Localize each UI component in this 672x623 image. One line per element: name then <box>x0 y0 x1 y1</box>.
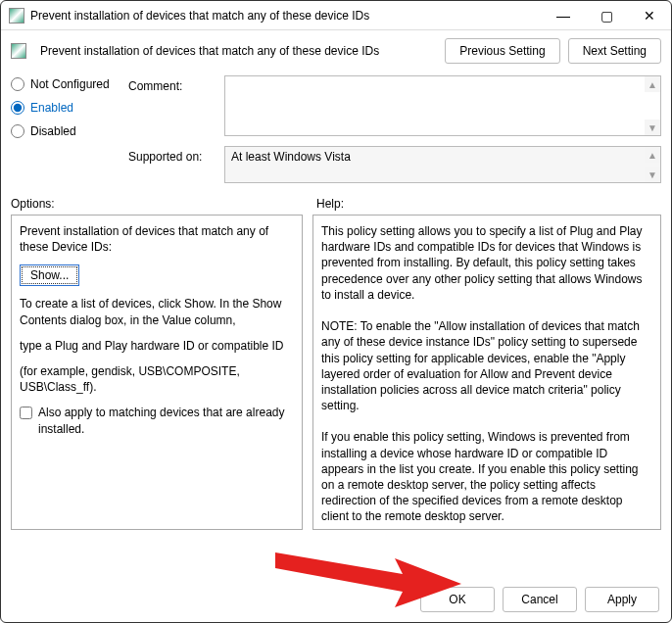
options-intro: Prevent installation of devices that mat… <box>20 223 294 255</box>
help-paragraph: If you enable this policy setting, Windo… <box>321 429 652 524</box>
close-button[interactable]: ✕ <box>628 1 671 30</box>
cancel-button[interactable]: Cancel <box>503 587 577 612</box>
help-heading: Help: <box>316 197 344 211</box>
panels-header: Options: Help: <box>1 189 671 215</box>
scroll-down-icon[interactable]: ▼ <box>645 167 660 182</box>
panels: Prevent installation of devices that mat… <box>1 215 671 577</box>
minimize-button[interactable]: — <box>542 1 585 30</box>
help-panel: This policy setting allows you to specif… <box>312 215 661 530</box>
supported-on-value: At least Windows Vista <box>231 150 351 164</box>
supported-on-field: At least Windows Vista ▲ ▼ <box>224 146 661 183</box>
apply-button[interactable]: Apply <box>585 587 659 612</box>
help-paragraph: This policy setting allows you to specif… <box>321 223 652 303</box>
scroll-up-icon[interactable]: ▲ <box>645 76 660 92</box>
comment-field[interactable] <box>225 76 660 135</box>
previous-setting-button[interactable]: Previous Setting <box>445 38 559 64</box>
config-row: Not Configured Enabled Disabled Comment:… <box>1 73 671 189</box>
window-controls: — ▢ ✕ <box>542 1 671 30</box>
options-text-2: type a Plug and Play hardware ID or comp… <box>20 338 294 354</box>
comment-field-wrap: ▲ ▼ <box>224 75 661 136</box>
gpo-icon <box>11 43 26 59</box>
gpo-icon <box>9 8 24 24</box>
radio-not-configured-label[interactable]: Not Configured <box>30 77 110 91</box>
scroll-down-icon[interactable]: ▼ <box>645 120 660 135</box>
radio-disabled-label[interactable]: Disabled <box>30 124 76 138</box>
radio-not-configured[interactable] <box>11 77 24 91</box>
also-apply-label[interactable]: Also apply to matching devices that are … <box>38 405 294 436</box>
help-paragraph: NOTE: To enable the "Allow installation … <box>321 318 652 413</box>
subheader: Prevent installation of devices that mat… <box>1 30 671 73</box>
maximize-button[interactable]: ▢ <box>585 1 628 30</box>
policy-name: Prevent installation of devices that mat… <box>40 44 437 58</box>
window-title: Prevent installation of devices that mat… <box>30 9 542 23</box>
also-apply-checkbox[interactable] <box>20 407 32 419</box>
ok-button[interactable]: OK <box>420 587 495 612</box>
titlebar: Prevent installation of devices that mat… <box>1 1 671 30</box>
radio-enabled-label[interactable]: Enabled <box>30 101 73 115</box>
options-text-3: (for example, gendisk, USB\COMPOSITE, US… <box>20 363 294 395</box>
radio-enabled[interactable] <box>11 101 24 115</box>
scroll-up-icon[interactable]: ▲ <box>645 147 660 163</box>
show-button[interactable]: Show... <box>20 264 79 286</box>
options-heading: Options: <box>11 197 303 211</box>
options-panel: Prevent installation of devices that mat… <box>11 215 303 530</box>
options-text-1: To create a list of devices, click Show.… <box>20 296 294 327</box>
supported-on-label: Supported on: <box>128 146 216 183</box>
comment-label: Comment: <box>128 75 216 136</box>
next-setting-button[interactable]: Next Setting <box>568 38 661 64</box>
footer-buttons: OK Cancel Apply <box>1 577 671 622</box>
state-radios: Not Configured Enabled Disabled <box>11 75 119 183</box>
radio-disabled[interactable] <box>11 124 24 138</box>
